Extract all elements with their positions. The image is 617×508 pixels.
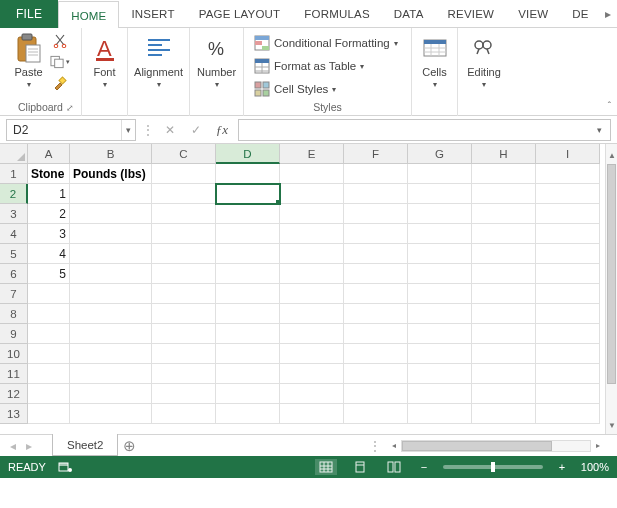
- cell-A7[interactable]: [28, 284, 70, 304]
- cell-I10[interactable]: [536, 344, 600, 364]
- col-header-F[interactable]: F: [344, 144, 408, 164]
- cell-G9[interactable]: [408, 324, 472, 344]
- cell-E2[interactable]: [280, 184, 344, 204]
- cell-H6[interactable]: [472, 264, 536, 284]
- cell-F7[interactable]: [344, 284, 408, 304]
- cell-H10[interactable]: [472, 344, 536, 364]
- cell-F3[interactable]: [344, 204, 408, 224]
- cell-D11[interactable]: [216, 364, 280, 384]
- row-header-5[interactable]: 5: [0, 244, 28, 264]
- col-header-D[interactable]: D: [216, 144, 280, 164]
- format-as-table-button[interactable]: Format as Table ▾: [250, 55, 368, 77]
- cell-C9[interactable]: [152, 324, 216, 344]
- cell-E10[interactable]: [280, 344, 344, 364]
- col-header-G[interactable]: G: [408, 144, 472, 164]
- cell-F8[interactable]: [344, 304, 408, 324]
- cell-C6[interactable]: [152, 264, 216, 284]
- hscroll-left-icon[interactable]: ◂: [387, 439, 401, 453]
- cell-D6[interactable]: [216, 264, 280, 284]
- cell-I7[interactable]: [536, 284, 600, 304]
- cell-B8[interactable]: [70, 304, 152, 324]
- sheet-prev-icon[interactable]: ◂: [10, 439, 16, 453]
- cell-E9[interactable]: [280, 324, 344, 344]
- cell-A1[interactable]: Stone: [28, 164, 70, 184]
- cell-B5[interactable]: [70, 244, 152, 264]
- tab-home[interactable]: HOME: [58, 1, 119, 29]
- cell-I8[interactable]: [536, 304, 600, 324]
- cell-E13[interactable]: [280, 404, 344, 424]
- cell-H11[interactable]: [472, 364, 536, 384]
- cell-D10[interactable]: [216, 344, 280, 364]
- name-box[interactable]: ▾: [6, 119, 136, 141]
- accept-formula-button[interactable]: ✓: [186, 119, 206, 141]
- cell-styles-dropdown-icon[interactable]: ▾: [332, 85, 336, 94]
- number-button[interactable]: % Number ▾: [195, 30, 238, 91]
- row-header-8[interactable]: 8: [0, 304, 28, 324]
- col-header-E[interactable]: E: [280, 144, 344, 164]
- cell-G11[interactable]: [408, 364, 472, 384]
- alignment-button[interactable]: Alignment ▾: [132, 30, 185, 91]
- hscroll-track[interactable]: [401, 440, 591, 452]
- cell-C7[interactable]: [152, 284, 216, 304]
- zoom-out-button[interactable]: −: [417, 461, 431, 473]
- name-box-input[interactable]: [7, 123, 121, 137]
- row-header-13[interactable]: 13: [0, 404, 28, 424]
- cell-B9[interactable]: [70, 324, 152, 344]
- cell-E1[interactable]: [280, 164, 344, 184]
- cell-G5[interactable]: [408, 244, 472, 264]
- cell-G13[interactable]: [408, 404, 472, 424]
- view-page-layout-button[interactable]: [349, 459, 371, 475]
- hscroll-thumb[interactable]: [402, 441, 552, 451]
- insert-function-button[interactable]: ƒx: [212, 119, 232, 141]
- cell-E4[interactable]: [280, 224, 344, 244]
- cell-B11[interactable]: [70, 364, 152, 384]
- zoom-slider[interactable]: [443, 465, 543, 469]
- view-normal-button[interactable]: [315, 459, 337, 475]
- tab-data[interactable]: DATA: [382, 0, 436, 28]
- cell-A5[interactable]: 4: [28, 244, 70, 264]
- tab-insert[interactable]: INSERT: [119, 0, 186, 28]
- col-header-A[interactable]: A: [28, 144, 70, 164]
- cell-A13[interactable]: [28, 404, 70, 424]
- cell-G2[interactable]: [408, 184, 472, 204]
- cell-I11[interactable]: [536, 364, 600, 384]
- editing-button[interactable]: Editing ▾: [465, 30, 503, 91]
- cell-H7[interactable]: [472, 284, 536, 304]
- cell-E6[interactable]: [280, 264, 344, 284]
- cell-F10[interactable]: [344, 344, 408, 364]
- cell-G12[interactable]: [408, 384, 472, 404]
- cell-A2[interactable]: 1: [28, 184, 70, 204]
- hscroll-right-icon[interactable]: ▸: [591, 439, 605, 453]
- cell-E5[interactable]: [280, 244, 344, 264]
- cell-A10[interactable]: [28, 344, 70, 364]
- row-header-7[interactable]: 7: [0, 284, 28, 304]
- tab-file[interactable]: FILE: [0, 0, 58, 28]
- col-header-C[interactable]: C: [152, 144, 216, 164]
- cell-C3[interactable]: [152, 204, 216, 224]
- vscroll-thumb[interactable]: [607, 164, 616, 384]
- cell-F5[interactable]: [344, 244, 408, 264]
- copy-button[interactable]: ▾: [50, 53, 70, 71]
- cell-F1[interactable]: [344, 164, 408, 184]
- tab-review[interactable]: REVIEW: [436, 0, 507, 28]
- cell-B4[interactable]: [70, 224, 152, 244]
- cell-G3[interactable]: [408, 204, 472, 224]
- cell-B13[interactable]: [70, 404, 152, 424]
- cell-C12[interactable]: [152, 384, 216, 404]
- cond-fmt-dropdown-icon[interactable]: ▾: [394, 39, 398, 48]
- cell-I4[interactable]: [536, 224, 600, 244]
- row-header-11[interactable]: 11: [0, 364, 28, 384]
- clipboard-launcher-icon[interactable]: ⤢: [65, 101, 75, 111]
- row-header-1[interactable]: 1: [0, 164, 28, 184]
- cell-H2[interactable]: [472, 184, 536, 204]
- cell-B7[interactable]: [70, 284, 152, 304]
- tab-truncated[interactable]: DE: [560, 0, 594, 28]
- cell-H12[interactable]: [472, 384, 536, 404]
- cell-A11[interactable]: [28, 364, 70, 384]
- cell-H9[interactable]: [472, 324, 536, 344]
- cell-H13[interactable]: [472, 404, 536, 424]
- cell-I6[interactable]: [536, 264, 600, 284]
- paste-button[interactable]: Paste ▾: [12, 30, 46, 91]
- cell-F4[interactable]: [344, 224, 408, 244]
- cell-I1[interactable]: [536, 164, 600, 184]
